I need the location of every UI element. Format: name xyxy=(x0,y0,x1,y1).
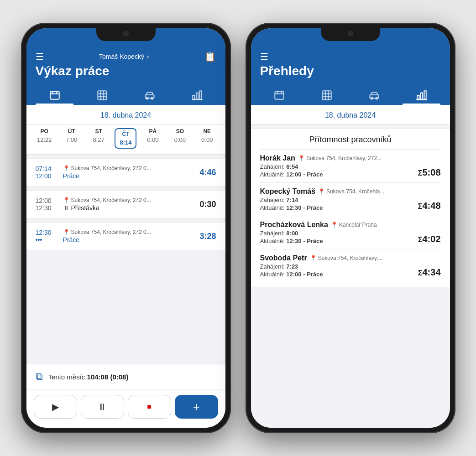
day-pa[interactable]: PÁ 0:00 xyxy=(142,128,164,149)
worker-1-header: Horák Jan 📍 Sukova 754, Kročehlavy, 272.… xyxy=(260,154,418,162)
worker-3-row: Procházková Lenka 📍 Kancelář Praha Zaháj… xyxy=(260,221,441,244)
worker-4-current: Aktuálně: 12:00 - Práce xyxy=(260,271,418,278)
entry-2-times: 12:00 12:30 xyxy=(36,197,58,212)
date-label1: 18. dubna 2024 xyxy=(36,111,216,119)
workers-section: Přítomnost pracovníků Horák Jan 📍 Sukova… xyxy=(251,128,450,287)
svg-rect-30 xyxy=(424,91,426,99)
entry-1-times: 07:14 12:00 xyxy=(36,165,58,180)
entry-3-times: 12:30 ••• xyxy=(36,229,58,244)
entry-2-type: ⏸ Přestávka xyxy=(63,204,189,212)
worker-3-current: Aktuálně: 12:30 - Práce xyxy=(260,238,418,244)
user-selector[interactable]: Tomáš Kopecký ∨ xyxy=(99,53,149,60)
pause-icon: ⏸ xyxy=(98,402,107,412)
date-row1: 18. dubna 2024 xyxy=(26,105,225,124)
worker-2[interactable]: Kopecký Tomáš 📍 Sukova 754, Kročehla... … xyxy=(260,183,441,216)
svg-rect-12 xyxy=(193,95,194,99)
entry-2[interactable]: 12:00 12:30 📍 Sukova 754, Kročehlavy, 27… xyxy=(26,190,225,218)
entry-3-type: Práce xyxy=(63,236,189,244)
worker-1[interactable]: Horák Jan 📍 Sukova 754, Kročehlavy, 272.… xyxy=(260,150,441,183)
worker-1-row: Horák Jan 📍 Sukova 754, Kročehlavy, 272.… xyxy=(260,154,441,178)
entry-3-location: 📍 Sukova 754, Kročehlavy, 272 0... xyxy=(63,229,189,235)
worker-4-total: Σ4:34 xyxy=(418,267,441,278)
worker-3[interactable]: Procházková Lenka 📍 Kancelář Praha Zaháj… xyxy=(260,216,441,249)
worker-3-location: 📍 Kancelář Praha xyxy=(331,222,418,228)
svg-rect-29 xyxy=(420,93,422,99)
tab2-calendar[interactable] xyxy=(303,85,350,105)
entry-3-details: 📍 Sukova 754, Kročehlavy, 272 0... Práce xyxy=(63,229,189,244)
worker-4[interactable]: Svoboda Petr 📍 Sukova 754, Kročehlavy,..… xyxy=(260,249,441,282)
svg-rect-28 xyxy=(417,95,419,99)
tab2-car[interactable] xyxy=(350,85,398,105)
worker-3-header: Procházková Lenka 📍 Kancelář Praha xyxy=(260,221,418,229)
entry-1-type: Práce xyxy=(63,172,189,180)
worker-2-header: Kopecký Tomáš 📍 Sukova 754, Kročehla... xyxy=(260,187,418,196)
tab-bar2 xyxy=(251,85,450,105)
entry-3-duration: 3:28 xyxy=(194,232,216,241)
worker-2-total: Σ4:48 xyxy=(418,201,441,211)
page-title-2: Přehledy xyxy=(260,64,441,78)
tab-overview[interactable] xyxy=(173,85,221,105)
day-ne[interactable]: NE 0:00 xyxy=(196,128,218,149)
section-title: Přítomnost pracovníků xyxy=(260,135,441,150)
monthly-summary: ⧉ Tento měsíc 104:08 (0:08) xyxy=(26,364,225,389)
play-icon: ▶ xyxy=(52,401,59,412)
svg-rect-13 xyxy=(196,93,198,99)
worker-1-info: Horák Jan 📍 Sukova 754, Kročehlavy, 272.… xyxy=(260,154,418,178)
worker-1-name: Horák Jan xyxy=(260,154,295,162)
worker-2-location: 📍 Sukova 754, Kročehla... xyxy=(318,188,418,195)
entry-1[interactable]: 07:14 12:00 📍 Sukova 754, Kročehlavy, 27… xyxy=(26,158,225,187)
worker-2-info: Kopecký Tomáš 📍 Sukova 754, Kročehla... … xyxy=(260,187,418,211)
worker-3-info: Procházková Lenka 📍 Kancelář Praha Zaháj… xyxy=(260,221,418,244)
stop-button[interactable]: ■ xyxy=(128,395,171,419)
user-chevron-icon: ∨ xyxy=(146,54,149,59)
worker-3-start: Zahájení: 8:00 xyxy=(260,230,418,237)
day-so[interactable]: SO 0:00 xyxy=(169,128,191,149)
phones-container: ☰ Tomáš Kopecký ∨ 📋 Výkaz práce xyxy=(21,23,455,433)
svg-rect-0 xyxy=(50,91,59,99)
tab-car[interactable] xyxy=(126,85,173,105)
pause-button[interactable]: ⏸ xyxy=(81,395,124,419)
worker-2-start: Zahájení: 7:14 xyxy=(260,197,418,203)
worker-4-name: Svoboda Petr xyxy=(260,254,307,262)
worker-2-name: Kopecký Tomáš xyxy=(260,187,316,196)
stop-icon: ■ xyxy=(147,403,152,411)
tab-bar1 xyxy=(26,85,225,105)
play-button[interactable]: ▶ xyxy=(34,395,77,419)
plus-icon: + xyxy=(193,400,199,414)
location-icon-4: 📍 xyxy=(310,255,317,261)
user-name: Tomáš Kopecký xyxy=(99,53,144,60)
location-icon-2: 📍 xyxy=(318,188,325,195)
day-st[interactable]: ST 8:27 xyxy=(88,128,110,149)
entry-2-duration: 0:30 xyxy=(194,200,216,209)
spacer2 xyxy=(251,287,450,428)
svg-rect-20 xyxy=(322,91,331,100)
tab-calendar[interactable] xyxy=(78,85,126,105)
camera2 xyxy=(348,31,353,36)
worker-1-location: 📍 Sukova 754, Kročehlavy, 272... xyxy=(298,155,418,161)
day-po[interactable]: PO 12:22 xyxy=(33,128,55,149)
entry-1-location: 📍 Sukova 754, Kročehlavy, 272 0... xyxy=(63,165,189,171)
menu-icon[interactable]: ☰ xyxy=(36,51,44,62)
pin-icon-3: 📍 xyxy=(63,229,70,235)
phone1: ☰ Tomáš Kopecký ∨ 📋 Výkaz práce xyxy=(21,23,231,433)
report-icon[interactable]: 📋 xyxy=(204,51,216,62)
screen2: ☰ Přehledy xyxy=(251,28,450,428)
worker-4-start: Zahájení: 7:23 xyxy=(260,263,418,270)
menu-icon-2[interactable]: ☰ xyxy=(260,51,268,62)
worker-4-row: Svoboda Petr 📍 Sukova 754, Kročehlavy,..… xyxy=(260,254,441,278)
day-ut[interactable]: ÚT 7:00 xyxy=(61,128,83,149)
copy-icon: ⧉ xyxy=(36,371,43,383)
entry-1-details: 📍 Sukova 754, Kročehlavy, 272 0... Práce xyxy=(63,165,189,180)
pause-icon: ⏸ xyxy=(63,204,69,212)
summary-text: Tento měsíc 104:08 (0:08) xyxy=(48,373,129,381)
tab2-work[interactable] xyxy=(256,85,303,105)
tab-work[interactable] xyxy=(31,85,78,105)
worker-3-name: Procházková Lenka xyxy=(260,221,328,229)
screen1: ☰ Tomáš Kopecký ∨ 📋 Výkaz práce xyxy=(26,28,225,428)
add-button[interactable]: + xyxy=(175,395,218,419)
day-ct[interactable]: ČT 8:14 xyxy=(115,128,136,149)
tab2-overview[interactable] xyxy=(398,85,445,105)
entry-3[interactable]: 12:30 ••• 📍 Sukova 754, Kročehlavy, 272 … xyxy=(26,222,225,250)
date-row2: 18. dubna 2024 xyxy=(251,105,450,124)
worker-1-current: Aktuálně: 12:00 - Práce xyxy=(260,171,418,178)
